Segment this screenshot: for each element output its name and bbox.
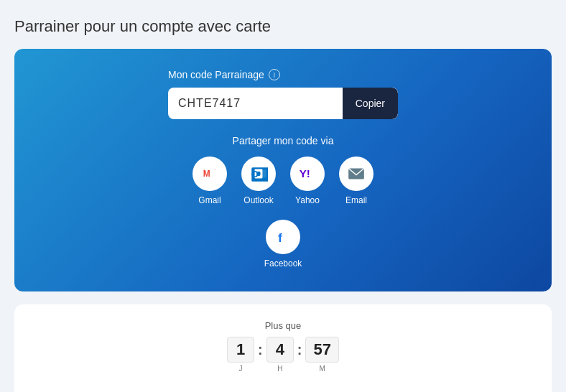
email-icon bbox=[347, 164, 366, 183]
timer-days-value: 1 bbox=[227, 337, 254, 363]
timer-days-unit: J bbox=[239, 365, 243, 373]
outlook-icon-circle: O bbox=[241, 157, 276, 191]
timer-minutes: 57 M bbox=[305, 337, 338, 373]
timer-hours-unit: H bbox=[277, 365, 282, 373]
outlook-icon: O bbox=[249, 164, 268, 183]
gmail-icon-circle: M bbox=[192, 157, 227, 191]
email-label: Email bbox=[345, 195, 367, 205]
outlook-label: Outlook bbox=[243, 195, 273, 205]
timer-sep-2: : bbox=[295, 342, 305, 358]
yahoo-icon: Y! bbox=[298, 164, 317, 183]
share-facebook[interactable]: f Facebook bbox=[264, 220, 302, 269]
svg-text:M: M bbox=[203, 169, 210, 179]
timer-minutes-value: 57 bbox=[305, 337, 338, 363]
timer-days: 1 J bbox=[227, 337, 254, 373]
svg-text:f: f bbox=[278, 230, 282, 245]
gmail-label: Gmail bbox=[198, 195, 221, 205]
share-outlook[interactable]: O Outlook bbox=[241, 157, 276, 205]
promo-card: Plus que 1 J : 4 H : 57 M Pour vous 20€(… bbox=[14, 304, 552, 392]
facebook-icon: f bbox=[274, 228, 292, 246]
referral-code-value: CHTE7417 bbox=[168, 97, 343, 110]
share-icons-row: M Gmail O Outlook bbox=[168, 157, 398, 269]
copy-button[interactable]: Copier bbox=[343, 88, 398, 119]
code-input-row: CHTE7417 Copier bbox=[168, 88, 398, 119]
email-icon-circle bbox=[339, 157, 374, 191]
svg-rect-5 bbox=[260, 170, 266, 178]
code-label: Mon code Parrainage i bbox=[168, 69, 398, 80]
code-section: Mon code Parrainage i CHTE7417 Copier Pa… bbox=[168, 69, 398, 269]
referral-card: Mon code Parrainage i CHTE7417 Copier Pa… bbox=[14, 49, 552, 291]
timer-minutes-unit: M bbox=[319, 365, 325, 373]
yahoo-icon-circle: Y! bbox=[290, 157, 325, 191]
share-label: Partager mon code via bbox=[168, 135, 398, 146]
share-gmail[interactable]: M Gmail bbox=[192, 157, 227, 205]
gmail-icon: M bbox=[200, 164, 219, 183]
page-title: Parrainer pour un compte avec carte bbox=[14, 17, 552, 36]
share-email[interactable]: Email bbox=[339, 157, 374, 205]
plus-que-label: Plus que bbox=[34, 320, 532, 331]
timer-sep-1: : bbox=[256, 342, 265, 358]
yahoo-label: Yahoo bbox=[295, 195, 320, 205]
share-yahoo[interactable]: Y! Yahoo bbox=[290, 157, 325, 205]
svg-text:O: O bbox=[251, 169, 259, 179]
svg-text:Y!: Y! bbox=[300, 167, 310, 179]
timer-row: 1 J : 4 H : 57 M bbox=[227, 337, 339, 373]
facebook-icon-circle: f bbox=[266, 220, 300, 254]
info-icon[interactable]: i bbox=[269, 69, 280, 80]
timer-hours-value: 4 bbox=[266, 337, 294, 363]
facebook-label: Facebook bbox=[264, 258, 302, 269]
timer-hours: 4 H bbox=[266, 337, 294, 373]
